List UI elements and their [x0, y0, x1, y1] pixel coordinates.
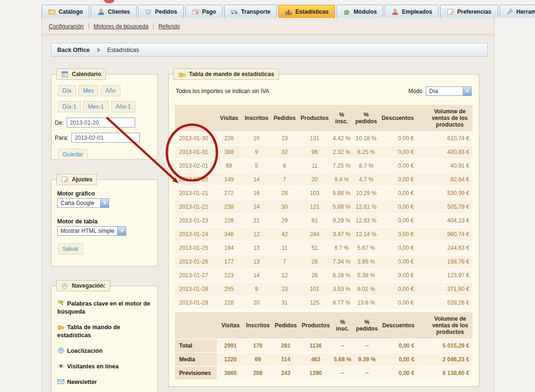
cell-value: 16	[242, 187, 271, 200]
subnav-link-configuraci-n[interactable]: Configuración	[49, 23, 84, 30]
date-from-input[interactable]	[67, 118, 135, 128]
cell-value: 0,00 €	[380, 241, 427, 255]
tab-m-dulos[interactable]: Módulos	[337, 5, 383, 18]
cell-value: 960,74 €	[427, 228, 473, 241]
cell-value: 0,00 €	[380, 159, 427, 173]
mode-select[interactable]: Día ▼	[426, 86, 472, 96]
cell-value: 198,76 €	[427, 255, 473, 269]
nav-item-visitantes-en-l-nea[interactable]: Visitantes en línea	[57, 362, 152, 371]
nav-item-newsletter[interactable]: Newsletter	[57, 378, 152, 386]
chevron-down-icon: ▼	[100, 199, 109, 207]
column-header: % insc.	[331, 105, 352, 132]
cell-value: 404,13 €	[427, 214, 473, 228]
subnav-link-referido[interactable]: Referido	[158, 23, 180, 30]
cell-value: 6.7 %	[331, 241, 352, 255]
table-engine-value: Mostrar HTML simple	[58, 227, 117, 235]
cell-value: 539,26 €	[427, 296, 473, 310]
nav-item-palabras-clave-en-el-motor-de-b-squeda[interactable]: Palabras clave en el motor de búsqueda	[57, 299, 152, 316]
column-header: Descuentos	[381, 312, 428, 339]
calendar-button-d-a[interactable]: Día	[58, 85, 76, 96]
subnav-link-motores-de-b-squeda[interactable]: Motores de búsqueda	[94, 23, 148, 30]
tab-transporte[interactable]: Transporte	[224, 5, 277, 18]
tab-label: Catálogo	[59, 9, 83, 15]
cell-value: 96	[298, 145, 331, 159]
cell-value: 10	[242, 132, 271, 145]
cell-value: 12.14 %	[352, 228, 380, 241]
column-header: % insc.	[332, 312, 353, 339]
column-header: Productos	[298, 105, 331, 132]
truck-icon	[231, 8, 238, 16]
tab-herramientas[interactable]: Herramientas	[500, 5, 535, 18]
cell-value: 346	[216, 228, 242, 241]
column-header: Productos	[299, 312, 332, 339]
tab-pago[interactable]: Pago	[185, 5, 223, 18]
row-date: 2013-01-21	[175, 187, 216, 200]
payment-icon	[192, 8, 199, 16]
calendar-save-button[interactable]: Guardar	[58, 149, 88, 160]
employee-icon	[391, 8, 399, 16]
settings-save-button[interactable]: Salvar	[58, 243, 83, 255]
column-header: % pedidos	[352, 105, 380, 132]
cell-value: 6 138,65 €	[428, 366, 473, 380]
column-header: Volumne de ventas de los productos	[428, 312, 473, 339]
graph-engine-select[interactable]: Carta Google ▼	[57, 198, 109, 208]
cell-value: 3.53 %	[331, 282, 352, 296]
calendar-button-a-o[interactable]: Año	[101, 85, 120, 96]
row-date: 2013-01-31	[175, 145, 216, 159]
tab-pedidos[interactable]: Pedidos	[138, 5, 184, 18]
tab-preferencias[interactable]: Preferencias	[440, 5, 498, 18]
tab-empleados[interactable]: Empleados	[385, 5, 439, 18]
cell-value: 42	[271, 228, 298, 241]
globe-icon	[57, 347, 65, 354]
nav-item-label: Visitantes en línea	[67, 363, 119, 370]
calendar-button-mes-1[interactable]: Mes-1	[83, 101, 108, 112]
calendar-button-mes[interactable]: Mes	[78, 85, 99, 96]
tab-estad-sticas[interactable]: Estadísticas	[278, 5, 335, 18]
backoffice-shell: CatálogoClientesPedidosPagoTransporteEst…	[42, 0, 495, 392]
cell-value: 9.02 %	[352, 282, 380, 296]
tab-label: Empleados	[402, 9, 432, 15]
coins-icon	[178, 70, 186, 78]
table-header-row: VisitasInscritosPedidosProductos% insc.%…	[175, 312, 473, 339]
nav-item-tabla-de-mando-de-estad-sticas[interactable]: Tabla de mando de estadísticas	[57, 323, 152, 340]
settings-title-label: Ajustes	[72, 176, 92, 183]
date-to-label: Para:	[55, 135, 69, 141]
table-row: 2013-02-016956117.25 %8.7 %0,00 €40,91 €	[175, 159, 473, 173]
cell-value: 272	[216, 187, 242, 200]
calendar-button-a-o-1[interactable]: Año-1	[111, 101, 136, 112]
cell-value: --	[353, 339, 381, 353]
graph-engine-label: Motor gráfico	[57, 190, 157, 197]
main-tabs: CatálogoClientesPedidosPagoTransporteEst…	[42, 4, 495, 18]
column-header: Visitas	[217, 312, 243, 339]
row-date: 2013-01-23	[175, 214, 216, 228]
cell-value: 11	[298, 159, 331, 173]
summary-row: Previsiones36602083431390----0,00 €6 138…	[175, 366, 473, 380]
row-date: 2013-01-22	[175, 200, 216, 214]
cell-value: 26	[298, 269, 331, 282]
cell-value: 123,97 €	[427, 269, 473, 282]
calendar-quick-row2: Día-1Mes-1Año-1	[58, 101, 157, 112]
cell-value: 208	[243, 366, 272, 380]
navigation-panel-title: Navegación:	[56, 280, 110, 291]
nav-item-loaclizaci-n[interactable]: Loaclización	[57, 347, 152, 355]
table-row: 2013-01-3022610231314.42 %10.18 %0,00 €6…	[175, 132, 473, 145]
cell-value: 12.83 %	[352, 214, 380, 228]
tab-clientes[interactable]: Clientes	[91, 5, 137, 18]
cell-value: 9.39 %	[353, 353, 381, 366]
row-date: 2013-02-01	[175, 159, 216, 173]
row-date: 2013-01-24	[175, 228, 216, 241]
calendar-icon	[61, 70, 69, 78]
row-date: 2013-01-20	[175, 173, 216, 187]
cell-value: 0,00 €	[380, 228, 427, 241]
tab-cat-logo[interactable]: Catálogo	[42, 5, 89, 18]
breadcrumb-root[interactable]: Back Office	[57, 47, 90, 53]
calendar-button-d-a-1[interactable]: Día-1	[58, 101, 81, 112]
cell-value: 14	[242, 173, 271, 187]
table-engine-select[interactable]: Mostrar HTML simple ▼	[57, 226, 126, 236]
cell-value: 7	[271, 173, 298, 187]
column-header: % pedidos	[353, 312, 381, 339]
date-to-input[interactable]	[71, 133, 140, 143]
column-header: Volumne de ventas de los productos	[427, 105, 473, 132]
cell-value: 10.29 %	[352, 187, 380, 200]
cell-value: 12.61 %	[352, 200, 380, 214]
